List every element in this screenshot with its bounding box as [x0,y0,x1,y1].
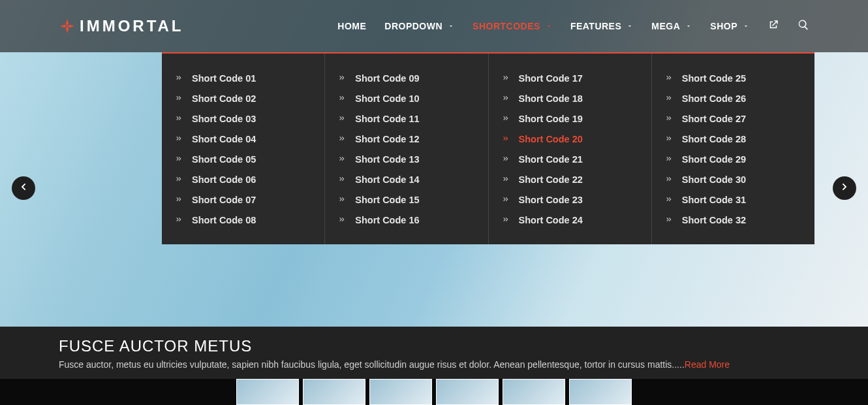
mega-item[interactable]: Short Code 28 [665,129,801,149]
double-chevron-right-icon [665,154,673,165]
mega-item[interactable]: Short Code 29 [665,149,801,169]
double-chevron-right-icon [502,114,510,124]
mega-item[interactable]: Short Code 18 [502,88,638,108]
chevron-left-icon [18,182,29,195]
mega-item[interactable]: Short Code 19 [502,108,638,129]
nav-item-features[interactable]: FEATURES [570,21,633,31]
mega-item[interactable]: Short Code 04 [175,129,311,149]
read-more-link[interactable]: Read More [685,359,730,370]
double-chevron-right-icon [665,93,673,104]
double-chevron-right-icon [665,73,673,84]
mega-item-label: Short Code 22 [519,174,583,185]
double-chevron-right-icon [502,215,510,225]
mega-item[interactable]: Short Code 05 [175,149,311,169]
mega-item[interactable]: Short Code 09 [338,68,474,88]
mega-item[interactable]: Short Code 15 [338,189,474,210]
chevron-right-icon [839,182,850,195]
svg-marker-2 [66,26,69,33]
double-chevron-right-icon [502,134,510,144]
double-chevron-right-icon [338,215,346,225]
mega-item[interactable]: Short Code 07 [175,189,311,210]
chevron-down-icon [448,21,454,31]
nav-item-shortcodes[interactable]: SHORTCODES [473,21,552,31]
double-chevron-right-icon [338,154,346,165]
mega-item[interactable]: Short Code 06 [175,169,311,189]
mega-item-label: Short Code 10 [355,93,419,104]
thumbnail[interactable] [303,379,365,405]
mega-item[interactable]: Short Code 26 [665,88,801,108]
mega-item[interactable]: Short Code 12 [338,129,474,149]
share-icon[interactable] [767,19,779,33]
hero-title: FUSCE AUCTOR METUS [59,337,809,355]
slider-prev-button[interactable] [12,176,35,200]
mega-item[interactable]: Short Code 11 [338,108,474,129]
brand-logo[interactable]: IMMORTAL [59,17,184,35]
mega-item[interactable]: Short Code 27 [665,108,801,129]
mega-item-label: Short Code 12 [355,134,419,144]
nav-item-dropdown[interactable]: DROPDOWN [384,21,454,31]
mega-item-label: Short Code 17 [519,73,583,84]
mega-item-label: Short Code 19 [519,114,583,124]
mega-item[interactable]: Short Code 03 [175,108,311,129]
svg-marker-1 [67,25,74,27]
nav-item-shop[interactable]: SHOP [710,21,749,31]
mega-item[interactable]: Short Code 17 [502,68,638,88]
nav-item-label: DROPDOWN [384,21,442,31]
nav-item-home[interactable]: HOME [337,21,366,31]
mega-item-label: Short Code 32 [682,215,746,225]
mega-item-label: Short Code 27 [682,114,746,124]
shortcodes-mega-menu: Short Code 01Short Code 02Short Code 03S… [162,52,814,244]
double-chevron-right-icon [175,134,183,144]
double-chevron-right-icon [175,174,183,185]
mega-item[interactable]: Short Code 23 [502,189,638,210]
mega-item-label: Short Code 24 [519,215,583,225]
mega-item-label: Short Code 01 [192,73,256,84]
brand-name: IMMORTAL [80,17,184,35]
chevron-down-icon [685,21,692,31]
nav-item-mega[interactable]: MEGA [651,21,692,31]
hero-text-body: Fusce auctor, metus eu ultricies vulputa… [59,359,685,370]
mega-column: Short Code 17Short Code 18Short Code 19S… [489,54,652,244]
mega-item[interactable]: Short Code 31 [665,189,801,210]
mega-item-label: Short Code 13 [355,154,419,165]
thumbnail[interactable] [236,379,299,405]
mega-item-label: Short Code 28 [682,134,746,144]
thumbnail[interactable] [369,379,432,405]
thumbnail[interactable] [569,379,632,405]
mega-item[interactable]: Short Code 21 [502,149,638,169]
mega-item[interactable]: Short Code 16 [338,210,474,230]
mega-item-label: Short Code 16 [355,215,419,225]
mega-item-label: Short Code 02 [192,93,256,104]
mega-item[interactable]: Short Code 30 [665,169,801,189]
double-chevron-right-icon [502,73,510,84]
double-chevron-right-icon [665,134,673,144]
mega-item[interactable]: Short Code 14 [338,169,474,189]
search-icon[interactable] [798,19,809,33]
mega-item[interactable]: Short Code 13 [338,149,474,169]
mega-item[interactable]: Short Code 25 [665,68,801,88]
mega-item-label: Short Code 26 [682,93,746,104]
chevron-down-icon [627,21,633,31]
chevron-down-icon [743,21,749,31]
mega-item-label: Short Code 04 [192,134,256,144]
mega-column: Short Code 09Short Code 10Short Code 11S… [325,54,488,244]
double-chevron-right-icon [338,114,346,124]
mega-item[interactable]: Short Code 10 [338,88,474,108]
mega-item[interactable]: Short Code 02 [175,88,311,108]
double-chevron-right-icon [338,93,346,104]
mega-item[interactable]: Short Code 08 [175,210,311,230]
mega-item[interactable]: Short Code 20 [502,129,638,149]
thumbnail[interactable] [503,379,565,405]
double-chevron-right-icon [175,114,183,124]
double-chevron-right-icon [502,174,510,185]
nav-item-label: SHORTCODES [473,21,540,31]
mega-item[interactable]: Short Code 32 [665,210,801,230]
thumbnail[interactable] [436,379,499,405]
slider-next-button[interactable] [833,176,856,200]
slider-thumbnails [0,379,868,405]
mega-item[interactable]: Short Code 22 [502,169,638,189]
mega-item[interactable]: Short Code 24 [502,210,638,230]
nav-item-label: HOME [337,21,366,31]
mega-item-label: Short Code 06 [192,174,256,185]
mega-item[interactable]: Short Code 01 [175,68,311,88]
